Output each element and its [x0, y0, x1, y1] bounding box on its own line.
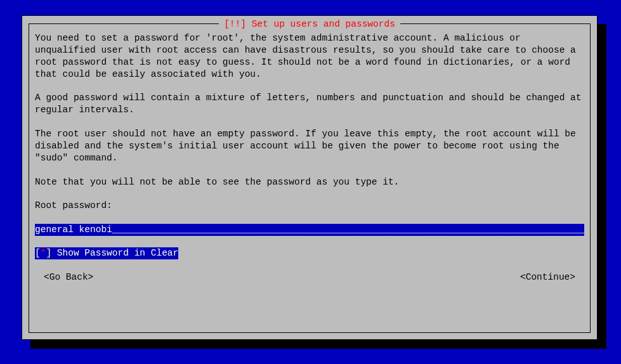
intro-paragraph-2: A good password will contain a mixture o…	[35, 92, 584, 116]
go-back-button[interactable]: <Go Back>	[44, 271, 93, 283]
input-underscore-padding: ________________________________________…	[112, 224, 584, 235]
dialog-title-wrap: [!!] Set up users and passwords	[22, 18, 597, 30]
dialog-title: [!!] Set up users and passwords	[219, 18, 400, 30]
password-prompt-label: Root password:	[35, 200, 584, 212]
password-value-text: general kenobi	[35, 224, 112, 235]
show-password-label: Show Password in Clear	[51, 248, 178, 258]
dialog-content: You need to set a password for 'root', t…	[30, 26, 589, 283]
bracket-close-icon: ]	[46, 248, 51, 258]
intro-paragraph-4: Note that you will not be able to see th…	[35, 176, 584, 188]
intro-paragraph-1: You need to set a password for 'root', t…	[35, 32, 584, 80]
show-password-checkbox[interactable]: [*] Show Password in Clear	[35, 247, 178, 259]
continue-button[interactable]: <Continue>	[520, 271, 575, 283]
bracket-open-icon: [	[35, 248, 41, 258]
dialog-button-row: <Go Back> <Continue>	[35, 271, 584, 283]
root-password-input[interactable]: general kenobi__________________________…	[35, 224, 584, 236]
intro-paragraph-3: The root user should not have an empty p…	[35, 128, 584, 164]
installer-dialog: [!!] Set up users and passwords You need…	[22, 15, 598, 340]
